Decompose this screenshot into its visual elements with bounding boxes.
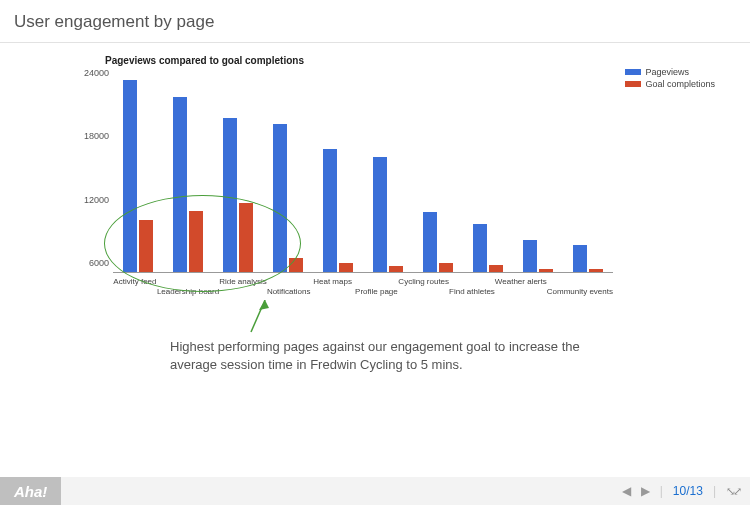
- x-tick-label: Ride analysis: [219, 277, 267, 286]
- annotation-arrow-icon: [245, 300, 275, 340]
- bar-pageviews: [123, 80, 137, 272]
- slide-nav: ◀ ▶ | 10/13 | ⤡⤢: [622, 484, 750, 498]
- bar-goal: [389, 266, 403, 272]
- legend-swatch-pageviews: [625, 69, 641, 75]
- legend-label-goal: Goal completions: [645, 79, 715, 89]
- x-tick-label: Leadership board: [157, 287, 219, 296]
- bar-goal: [289, 258, 303, 272]
- x-tick-label: Community events: [547, 287, 613, 296]
- x-tick-label: Heat maps: [311, 277, 355, 286]
- bar-pageviews: [423, 212, 437, 272]
- nav-divider: |: [713, 484, 716, 498]
- bar-goal: [189, 211, 203, 272]
- x-tick-label: Profile page: [354, 287, 398, 296]
- bar-pageviews: [223, 118, 237, 272]
- y-tick: 18000: [75, 131, 109, 141]
- bar-group: [163, 97, 213, 272]
- y-tick: 24000: [75, 68, 109, 78]
- bar-group: [213, 118, 263, 272]
- y-axis: 2400018000120006000: [75, 72, 113, 272]
- plot-area: [113, 72, 613, 273]
- annotation-caption: Highest performing pages against our eng…: [170, 338, 600, 373]
- fullscreen-icon[interactable]: ⤡⤢: [726, 485, 740, 498]
- next-button[interactable]: ▶: [641, 484, 650, 498]
- legend-item-pageviews: Pageviews: [625, 67, 715, 77]
- chart: Pageviews compared to goal completions 2…: [75, 55, 675, 286]
- bar-pageviews: [373, 157, 387, 272]
- legend-swatch-goal: [625, 81, 641, 87]
- legend: Pageviews Goal completions: [625, 67, 715, 91]
- prev-button[interactable]: ◀: [622, 484, 631, 498]
- x-axis: Activity feedLeadership boardRide analys…: [113, 277, 613, 286]
- bar-goal: [239, 203, 253, 272]
- bar-group: [413, 212, 463, 272]
- bar-pageviews: [573, 245, 587, 272]
- x-tick-label: Notifications: [267, 287, 311, 296]
- y-tick: 12000: [75, 195, 109, 205]
- bar-goal: [589, 269, 603, 272]
- bar-goal: [139, 220, 153, 273]
- bar-group: [513, 240, 563, 273]
- bar-goal: [439, 263, 453, 272]
- page-indicator[interactable]: 10/13: [673, 484, 703, 498]
- bar-goal: [489, 265, 503, 273]
- bar-group: [463, 224, 513, 272]
- nav-divider: |: [660, 484, 663, 498]
- bar-group: [363, 157, 413, 272]
- bar-pageviews: [473, 224, 487, 272]
- footer-bar: Aha! ◀ ▶ | 10/13 | ⤡⤢: [0, 477, 750, 505]
- svg-line-0: [251, 300, 265, 332]
- bar-goal: [539, 269, 553, 272]
- bar-pageviews: [173, 97, 187, 272]
- bar-goal: [339, 263, 353, 272]
- bar-group: [113, 80, 163, 272]
- y-tick: 6000: [75, 258, 109, 268]
- svg-marker-1: [259, 300, 269, 310]
- brand-badge: Aha!: [0, 477, 61, 506]
- bar-pageviews: [323, 149, 337, 272]
- x-tick-label: Cycling routes: [398, 277, 449, 286]
- legend-label-pageviews: Pageviews: [645, 67, 689, 77]
- chart-title: Pageviews compared to goal completions: [105, 55, 675, 66]
- bar-group: [313, 149, 363, 272]
- slide-title: User engagement by page: [0, 0, 750, 43]
- bar-pageviews: [523, 240, 537, 273]
- x-tick-label: Weather alerts: [495, 277, 547, 286]
- x-tick-label: Find athletes: [449, 287, 495, 296]
- bar-group: [263, 124, 313, 272]
- bar-pageviews: [273, 124, 287, 272]
- bar-group: [563, 245, 613, 272]
- legend-item-goal: Goal completions: [625, 79, 715, 89]
- x-tick-label: Activity feed: [113, 277, 157, 286]
